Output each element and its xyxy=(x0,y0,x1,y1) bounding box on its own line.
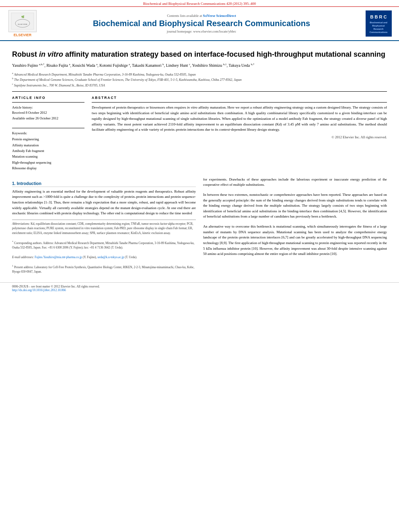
elsevier-text: ELSEVIER xyxy=(14,33,32,37)
journal-title: Biochemical and Biophysical Research Com… xyxy=(43,18,360,28)
bbrc-logo-image: B B R C Biochemical and Biophysical Rese… xyxy=(366,10,392,37)
article-title: Robust in vitro affinity maturation stra… xyxy=(12,50,387,59)
svg-text:B B R C: B B R C xyxy=(370,14,387,19)
svg-text:Communications: Communications xyxy=(370,31,388,33)
body-right-col: for experiments. Drawbacks of these appr… xyxy=(203,177,387,274)
svg-text:🌿: 🌿 xyxy=(21,15,25,18)
svg-text:ELSEVIER: ELSEVIER xyxy=(18,23,27,25)
info-divider xyxy=(12,102,84,103)
svg-text:Research: Research xyxy=(374,28,384,30)
footnotes: Abbreviations: Kd, equilibrium dissociat… xyxy=(12,220,196,274)
main-body: 1. Introduction Affinity engineering is … xyxy=(12,177,387,274)
copyright: © 2012 Elsevier Inc. All rights reserved… xyxy=(92,135,387,139)
intro-para3: In between these two extremes, nonstocha… xyxy=(203,192,387,220)
intro-para4: An alternative way to overcome this bott… xyxy=(203,224,387,257)
journal-header: 🌿 ELSEVIER ELSEVIER Contents lists avail… xyxy=(0,7,399,41)
svg-text:Biochemical and: Biochemical and xyxy=(370,21,387,24)
keywords-list: Protein engineering Affinity maturation … xyxy=(12,136,84,171)
elsevier-logo-image: 🌿 ELSEVIER xyxy=(8,10,37,32)
intro-heading: 1. Introduction xyxy=(12,181,196,187)
abstract-col: ABSTRACT Development of protein therapeu… xyxy=(92,96,387,171)
abstract-divider xyxy=(92,102,387,103)
journal-center: Contents lists available at SciVerse Sci… xyxy=(43,14,360,33)
abstract-text: Development of protein therapeutics or b… xyxy=(92,105,387,133)
affiliations: a Advanced Medical Research Department, … xyxy=(12,72,387,88)
journal-homepage: journal homepage: www.elsevier.com/locat… xyxy=(43,29,360,33)
article-info-label: ARTICLE INFO xyxy=(12,96,84,100)
keywords-divider xyxy=(12,128,84,128)
elsevier-logo: 🌿 ELSEVIER ELSEVIER xyxy=(6,10,39,37)
svg-text:Biophysical: Biophysical xyxy=(372,25,385,27)
issn-text: 0006-291X/$ – see front matter © 2012 El… xyxy=(12,285,100,288)
content-area: Robust in vitro affinity maturation stra… xyxy=(0,41,399,278)
sciverse-line: Contents lists available at SciVerse Sci… xyxy=(43,14,360,18)
keywords-section: Keywords: Protein engineering Affinity m… xyxy=(12,131,84,171)
abstract-label: ABSTRACT xyxy=(92,96,387,100)
article-info-abstract: ARTICLE INFO Article history: Received 8… xyxy=(12,96,387,171)
body-left-col: 1. Introduction Affinity engineering is … xyxy=(12,177,196,274)
intro-para2: for experiments. Drawbacks of these appr… xyxy=(203,177,387,188)
article-history: Article history: Received 8 October 2012… xyxy=(12,105,84,121)
divider xyxy=(12,91,387,92)
authors: Yasuhiro Fujino a,b,*, Risako Fujita a, … xyxy=(12,62,387,69)
doi-link[interactable]: http://dx.doi.org/10.1016/j.bbrc.2012.10… xyxy=(12,288,66,292)
bottom-bar: 0006-291X/$ – see front matter © 2012 El… xyxy=(0,282,399,294)
intro-para1: Affinity engineering is an essential met… xyxy=(12,189,196,216)
journal-citation: Biochemical and Biophysical Research Com… xyxy=(0,0,399,7)
article-info-col: ARTICLE INFO Article history: Received 8… xyxy=(12,96,84,171)
citation-text: Biochemical and Biophysical Research Com… xyxy=(143,2,256,6)
bbrc-logo: B B R C Biochemical and Biophysical Rese… xyxy=(364,10,393,37)
